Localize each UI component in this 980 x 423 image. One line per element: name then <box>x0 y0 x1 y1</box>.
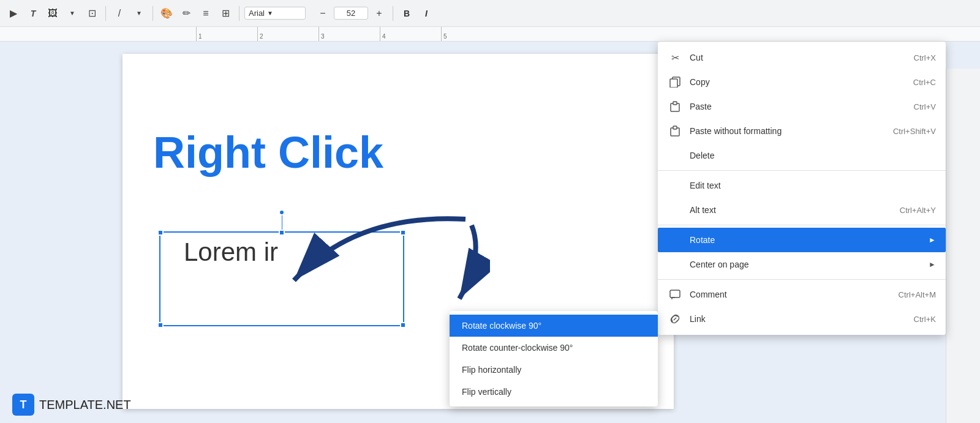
ruler-mark-5: 5 <box>441 27 502 41</box>
context-menu-rotate: Rotate clockwise 90° Rotate counter-cloc… <box>450 311 658 406</box>
ruler-mark-2: 2 <box>257 27 318 41</box>
italic-button[interactable]: I <box>418 5 435 22</box>
font-size-value: 52 <box>347 9 355 18</box>
paint-icon[interactable]: 🎨 <box>158 5 175 22</box>
menu-item-link[interactable]: Link Ctrl+K <box>658 307 946 331</box>
paste-no-format-label: Paste without formatting <box>690 126 869 136</box>
slide-title: Right Click <box>153 127 383 178</box>
link-label: Link <box>690 314 889 324</box>
brand-badge: T TEMPLATE.NET <box>12 394 131 416</box>
link-icon <box>668 312 682 326</box>
alt-text-icon-placeholder <box>668 203 682 217</box>
rotate-item-flip-h[interactable]: Flip horizontally <box>450 359 658 381</box>
ruler-mark-3: 3 <box>318 27 380 41</box>
rotate-label: Rotate <box>690 235 929 245</box>
menu-item-edit-text[interactable]: Edit text <box>658 173 946 198</box>
toolbar: ▶ T 🖼 ▼ ⊡ / ▼ 🎨 ✏ ≡ ⊞ Arial ▼ − 52 + B I <box>0 0 980 27</box>
ruler-mark-1: 1 <box>196 27 257 41</box>
font-name-label: Arial <box>249 9 265 18</box>
cut-shortcut: Ctrl+X <box>914 53 936 62</box>
context-menu-main: ✂ Cut Ctrl+X Copy Ctrl+C Paste Ctrl+V Pa… <box>658 42 946 335</box>
ruler-marks: 1 2 3 4 5 <box>196 27 502 41</box>
paste-icon <box>668 99 682 114</box>
flip-h-label: Flip horizontally <box>462 365 521 375</box>
menu-item-comment[interactable]: Comment Ctrl+Alt+M <box>658 282 946 307</box>
menu-item-cut[interactable]: ✂ Cut Ctrl+X <box>658 45 946 70</box>
svg-rect-4 <box>673 102 677 105</box>
svg-rect-7 <box>670 290 680 298</box>
edit-text-label: Edit text <box>690 181 936 190</box>
menu-item-copy[interactable]: Copy Ctrl+C <box>658 70 946 94</box>
handle-top-left <box>157 230 164 236</box>
line-options-icon[interactable]: ▼ <box>130 5 148 22</box>
font-dropdown-arrow: ▼ <box>267 10 273 17</box>
divider-2 <box>658 225 946 225</box>
list-icon[interactable]: ≡ <box>197 5 214 22</box>
brand-icon: T <box>12 394 34 416</box>
alt-text-shortcut: Ctrl+Alt+Y <box>900 206 936 215</box>
ruler-mark-4: 4 <box>380 27 441 41</box>
menu-item-delete[interactable]: Delete <box>658 143 946 168</box>
handle-top-right <box>400 230 406 236</box>
cursor-tool-icon[interactable]: ▶ <box>5 5 22 22</box>
rotate-icon-placeholder <box>668 233 682 247</box>
decrease-font-icon[interactable]: − <box>314 5 331 22</box>
copy-icon <box>668 75 682 89</box>
menu-item-rotate[interactable]: Rotate ► <box>658 228 946 252</box>
table-icon[interactable]: ⊞ <box>217 5 234 22</box>
flip-v-label: Flip vertically <box>462 387 511 397</box>
handle-rotation-dot <box>279 209 285 215</box>
handle-top-line <box>282 214 282 230</box>
svg-rect-2 <box>670 79 677 88</box>
menu-item-center-on-page[interactable]: Center on page ► <box>658 252 946 277</box>
menu-item-alt-text[interactable]: Alt text Ctrl+Alt+Y <box>658 198 946 222</box>
crop-icon[interactable]: ⊡ <box>83 5 100 22</box>
cut-icon: ✂ <box>668 50 682 65</box>
divider-3 <box>658 279 946 280</box>
separator-2 <box>153 6 153 21</box>
menu-item-paste-no-format[interactable]: Paste without formatting Ctrl+Shift+V <box>658 119 946 143</box>
brand-text: TEMPLATE.NET <box>39 398 131 412</box>
brand-icon-letter: T <box>20 399 27 411</box>
text-tool-icon[interactable]: T <box>24 5 42 22</box>
link-shortcut: Ctrl+K <box>914 315 936 324</box>
center-on-page-arrow-icon: ► <box>929 260 936 269</box>
lorem-text: Lorem ir <box>184 238 278 267</box>
cut-label: Cut <box>690 53 889 62</box>
ruler: 1 2 3 4 5 <box>0 27 980 42</box>
svg-rect-6 <box>673 126 677 129</box>
image-tool-icon[interactable]: 🖼 <box>44 5 61 22</box>
font-size-field[interactable]: 52 <box>334 7 368 20</box>
comment-shortcut: Ctrl+Alt+M <box>899 290 936 299</box>
font-selector[interactable]: Arial ▼ <box>244 7 306 20</box>
canvas-area: Right Click Lorem ir ✂ C <box>0 42 980 423</box>
delete-icon-placeholder <box>668 148 682 163</box>
handle-bottom-right <box>400 322 406 328</box>
center-on-page-label: Center on page <box>690 260 929 269</box>
rotate-item-flip-v[interactable]: Flip vertically <box>450 381 658 403</box>
line-tool-icon[interactable]: / <box>111 5 128 22</box>
delete-label: Delete <box>690 151 936 160</box>
paste-shortcut: Ctrl+V <box>914 102 936 111</box>
increase-font-icon[interactable]: + <box>371 5 388 22</box>
rotate-item-ccw[interactable]: Rotate counter-clockwise 90° <box>450 337 658 359</box>
copy-shortcut: Ctrl+C <box>913 78 936 87</box>
rotate-cw-label: Rotate clockwise 90° <box>462 321 541 331</box>
edit-text-icon-placeholder <box>668 178 682 193</box>
brand-suffix: .NET <box>103 398 131 411</box>
rotate-item-cw[interactable]: Rotate clockwise 90° <box>450 315 658 337</box>
handle-bottom-left <box>157 322 164 328</box>
paste-no-format-shortcut: Ctrl+Shift+V <box>893 127 936 136</box>
copy-label: Copy <box>690 77 889 87</box>
brand-name: TEMPLATE <box>39 398 103 411</box>
handle-top-center <box>279 230 285 236</box>
paste-label: Paste <box>690 102 889 111</box>
bold-button[interactable]: B <box>398 5 415 22</box>
image-options-icon[interactable]: ▼ <box>64 5 81 22</box>
rotate-arrow-icon: ► <box>929 236 936 244</box>
menu-item-paste[interactable]: Paste Ctrl+V <box>658 94 946 119</box>
alt-text-label: Alt text <box>690 205 875 215</box>
comment-icon <box>668 287 682 302</box>
comment-label: Comment <box>690 290 874 299</box>
pen-icon[interactable]: ✏ <box>178 5 195 22</box>
